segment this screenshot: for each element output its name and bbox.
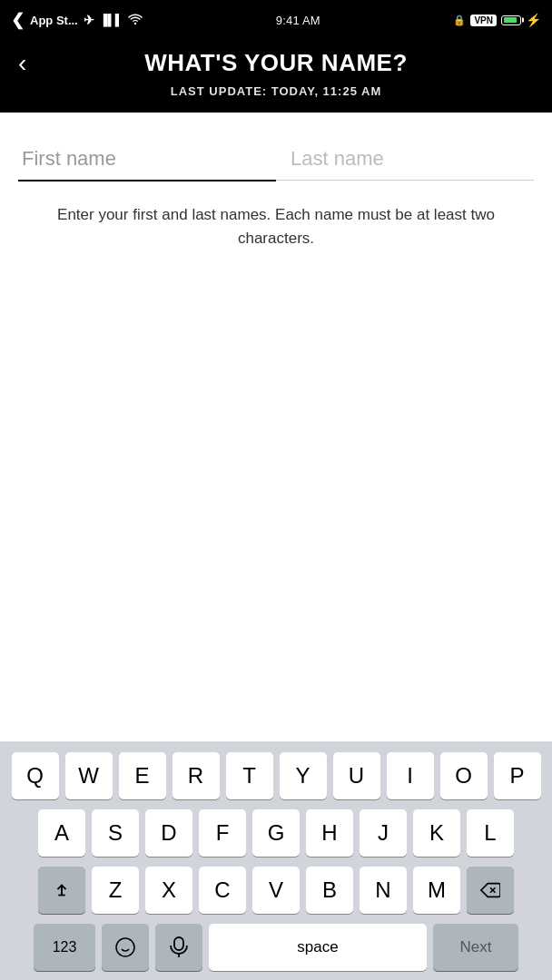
key-t[interactable]: T <box>226 752 273 799</box>
name-inputs <box>18 140 534 181</box>
key-r[interactable]: R <box>172 752 220 799</box>
battery-indicator <box>501 15 521 25</box>
vpn-badge: VPN <box>470 15 497 26</box>
key-q[interactable]: Q <box>12 752 59 799</box>
status-bar: ❮ App St... ✈ ▐▌▌ 9:41 AM 🔒 VPN ⚡ <box>0 0 552 40</box>
keyboard-row-2: A S D F G H J K L <box>4 809 548 857</box>
last-name-input[interactable] <box>276 140 534 181</box>
main-content: Enter your first and last names. Each na… <box>0 113 552 741</box>
page-header: ‹ WHAT'S YOUR NAME? LAST UPDATE: TODAY, … <box>0 40 552 113</box>
key-o[interactable]: O <box>440 752 488 799</box>
last-update-label: LAST UPDATE: TODAY, 11:25 AM <box>171 84 381 98</box>
key-w[interactable]: W <box>65 752 113 799</box>
key-s[interactable]: S <box>92 809 139 857</box>
keyboard-row-3: Z X C V B N M <box>4 867 548 914</box>
key-i[interactable]: I <box>387 752 434 799</box>
shift-key[interactable] <box>38 867 85 914</box>
key-v[interactable]: V <box>252 867 300 914</box>
charging-icon: ⚡ <box>526 13 541 27</box>
next-key[interactable]: Next <box>433 924 518 971</box>
svg-point-5 <box>116 938 134 956</box>
back-chevron-icon: ❮ <box>11 10 25 30</box>
numbers-key[interactable]: 123 <box>34 924 95 971</box>
key-y[interactable]: Y <box>280 752 327 799</box>
key-h[interactable]: H <box>306 809 353 857</box>
app-label: App St... <box>30 14 78 27</box>
wifi-icon <box>128 13 143 27</box>
status-left: ❮ App St... ✈ ▐▌▌ <box>11 10 143 30</box>
key-k[interactable]: K <box>413 809 460 857</box>
svg-point-0 <box>134 23 136 24</box>
key-u[interactable]: U <box>333 752 380 799</box>
status-right: 🔒 VPN ⚡ <box>453 13 541 27</box>
header-nav: ‹ WHAT'S YOUR NAME? <box>18 49 534 77</box>
key-p[interactable]: P <box>494 752 541 799</box>
key-g[interactable]: G <box>252 809 300 857</box>
key-a[interactable]: A <box>38 809 85 857</box>
key-l[interactable]: L <box>467 809 514 857</box>
svg-rect-8 <box>174 937 183 950</box>
key-e[interactable]: E <box>119 752 166 799</box>
key-d[interactable]: D <box>145 809 192 857</box>
airplane-icon: ✈ <box>84 13 94 27</box>
key-z[interactable]: Z <box>92 867 139 914</box>
delete-key[interactable] <box>467 867 514 914</box>
back-button[interactable]: ‹ <box>18 51 26 76</box>
emoji-key[interactable] <box>102 924 149 971</box>
lock-icon: 🔒 <box>453 15 466 26</box>
first-name-input[interactable] <box>18 140 276 181</box>
space-key[interactable]: space <box>209 924 427 971</box>
mic-key[interactable] <box>155 924 202 971</box>
key-x[interactable]: X <box>145 867 192 914</box>
signal-icon: ▐▌▌ <box>100 14 123 26</box>
keyboard-row-1: Q W E R T Y U I O P <box>4 752 548 799</box>
key-j[interactable]: J <box>360 809 407 857</box>
status-time: 9:41 AM <box>276 14 320 27</box>
instruction-text: Enter your first and last names. Each na… <box>40 203 512 250</box>
key-c[interactable]: C <box>199 867 246 914</box>
keyboard: Q W E R T Y U I O P A S D F G H J K L Z … <box>0 741 552 980</box>
key-n[interactable]: N <box>360 867 407 914</box>
page-title: WHAT'S YOUR NAME? <box>144 49 408 77</box>
key-f[interactable]: F <box>199 809 246 857</box>
key-m[interactable]: M <box>413 867 460 914</box>
key-b[interactable]: B <box>306 867 353 914</box>
first-name-group <box>18 140 276 181</box>
last-name-group <box>276 140 534 181</box>
keyboard-bottom-row: 123 space Next <box>4 924 548 971</box>
